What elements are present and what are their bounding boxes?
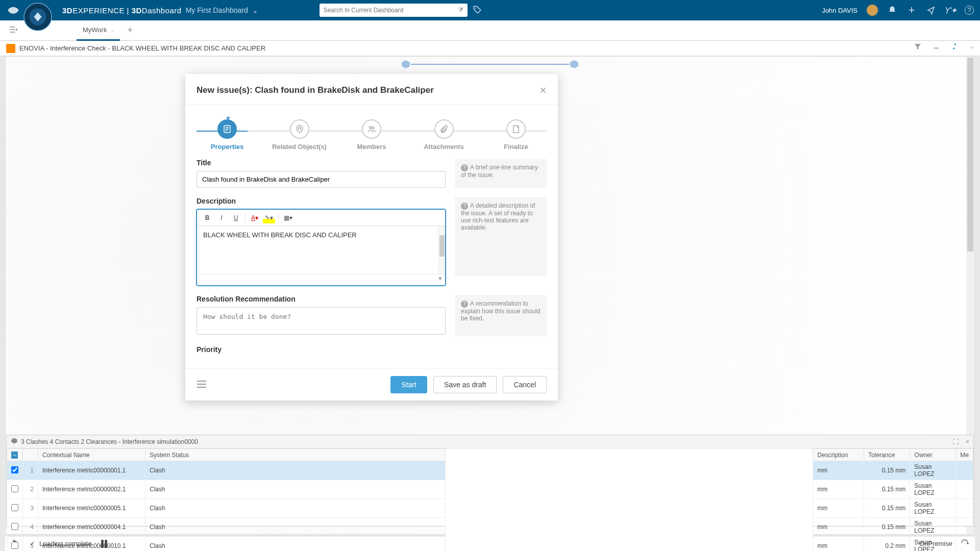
table-row[interactable]: 5Interference metric00000010.1Clashmm0.2…: [7, 537, 973, 552]
table-header: − Contextual Name System Status Descript…: [7, 449, 973, 461]
svg-point-3: [475, 7, 476, 8]
start-button[interactable]: Start: [390, 376, 427, 393]
tab-label: MyWork: [83, 26, 107, 34]
title-hint: ?A brief one-line summary of the issue.: [455, 159, 547, 188]
menu-toggle-icon[interactable]: [8, 24, 20, 37]
expand-icon[interactable]: ⛶: [952, 438, 959, 445]
description-label: Description: [197, 197, 446, 205]
help-icon[interactable]: ?: [965, 6, 974, 15]
wizard-stepper: Properties Related Object(s) Members Att…: [185, 105, 558, 151]
svg-point-6: [370, 127, 372, 129]
cube-icon: [11, 437, 18, 446]
collapse-icon[interactable]: [950, 42, 959, 54]
add-icon[interactable]: +: [906, 5, 917, 15]
rte-toolbar: B I U A▾ ✎▾ ▦▾: [197, 210, 445, 226]
step-finalize[interactable]: Finalize: [485, 114, 547, 151]
bold-button[interactable]: B: [201, 212, 213, 223]
compass-icon[interactable]: [22, 2, 53, 32]
share-icon[interactable]: [926, 5, 936, 15]
results-table: − Contextual Name System Status Descript…: [7, 448, 973, 551]
dashboard-name[interactable]: My First Dashboard ⌄: [186, 6, 258, 14]
search-input[interactable]: [324, 7, 458, 14]
table-row[interactable]: 4Interference metric00000004.1Clashmm0.1…: [7, 518, 973, 537]
scrollbar[interactable]: [438, 226, 445, 274]
collapse-icon[interactable]: −: [11, 452, 18, 459]
home-icon[interactable]: Ƴ✦: [945, 5, 955, 15]
minimize-icon[interactable]: −: [933, 42, 939, 54]
filter-icon[interactable]: ⧩: [458, 6, 463, 14]
step-properties[interactable]: Properties: [197, 114, 258, 151]
close-icon[interactable]: ×: [540, 83, 547, 97]
description-textarea[interactable]: BLACK WHEEL WITH BREAK DISC AND CALIPER: [197, 226, 445, 274]
results-panel: 3 Clashes 4 Contacts 2 Clearances - Inte…: [6, 435, 974, 527]
enovia-icon: [6, 44, 15, 53]
svg-point-5: [298, 127, 301, 130]
underline-button[interactable]: U: [230, 212, 242, 223]
resolution-hint: ?A recommendation to explain how this is…: [455, 295, 547, 336]
top-bar: 3DEXPERIENCE | 3DDashboard My First Dash…: [0, 0, 980, 20]
help-icon: ?: [461, 203, 468, 210]
table-row[interactable]: 2Interference metric00000002.1Clashmm0.1…: [7, 480, 973, 499]
title-label: Title: [197, 159, 446, 167]
new-issue-dialog: New issue(s): Clash found in BrakeDisk a…: [185, 74, 558, 400]
help-icon: ?: [461, 164, 468, 171]
step-members[interactable]: Members: [341, 114, 402, 151]
notification-icon[interactable]: [887, 5, 897, 15]
chevron-down-icon[interactable]: ⌵: [111, 27, 114, 33]
row-checkbox[interactable]: [11, 523, 18, 530]
cancel-button[interactable]: Cancel: [503, 376, 547, 393]
description-hint: ?A detailed description of the issue. A …: [455, 197, 547, 277]
priority-label: Priority: [197, 345, 547, 354]
chevron-down-icon[interactable]: ⌵: [970, 42, 974, 54]
panel-title: 3 Clashes 4 Contacts 2 Clearances - Inte…: [21, 438, 198, 445]
widget-title: ENOVIA - Interference Check - BLACK WHEE…: [19, 44, 265, 52]
close-icon[interactable]: ×: [966, 438, 969, 445]
cube-icon: [569, 59, 579, 69]
table-row[interactable]: 3Interference metric00000005.1Clashmm0.1…: [7, 499, 973, 518]
tab-mywork[interactable]: MyWork ⌵: [77, 20, 120, 41]
resolution-input[interactable]: [197, 307, 446, 335]
highlight-button[interactable]: ✎▾: [263, 212, 275, 223]
svg-point-7: [372, 127, 374, 129]
search-box[interactable]: ⧩: [320, 4, 468, 17]
scale-ruler[interactable]: [401, 61, 579, 68]
widget-header: ENOVIA - Interference Check - BLACK WHEE…: [0, 41, 980, 56]
step-related-objects[interactable]: Related Object(s): [269, 114, 330, 151]
row-checkbox[interactable]: [11, 466, 18, 473]
title-input[interactable]: [197, 171, 446, 188]
row-checkbox[interactable]: [11, 542, 18, 549]
resolution-label: Resolution Recommendation: [197, 295, 446, 303]
add-tab-button[interactable]: +: [127, 25, 133, 36]
brand-title: 3DEXPERIENCE | 3DDashboard: [62, 6, 182, 15]
description-editor[interactable]: B I U A▾ ✎▾ ▦▾ BLACK WHEEL WITH BREAK DI…: [197, 209, 446, 286]
dialog-title: New issue(s): Clash found in BrakeDisk a…: [197, 85, 434, 95]
user-name[interactable]: John DAVIS: [822, 7, 857, 14]
cube-icon: [401, 59, 411, 69]
row-checkbox[interactable]: [11, 485, 18, 492]
table-button[interactable]: ▦▾: [282, 212, 294, 223]
save-draft-button[interactable]: Save as draft: [433, 376, 497, 393]
help-icon: ?: [461, 300, 468, 308]
step-attachments[interactable]: Attachments: [413, 114, 475, 151]
tab-strip: MyWork ⌵ +: [0, 20, 980, 41]
tag-icon[interactable]: [473, 5, 482, 16]
italic-button[interactable]: I: [215, 212, 228, 223]
avatar[interactable]: [867, 5, 878, 16]
table-row[interactable]: 1Interference metric00000001.1Clashmm0.1…: [7, 461, 973, 480]
filter-icon[interactable]: [914, 42, 922, 54]
row-checkbox[interactable]: [11, 504, 18, 511]
text-color-button[interactable]: A▾: [249, 212, 261, 223]
dropdown-icon[interactable]: ▾: [438, 274, 442, 285]
menu-icon[interactable]: [197, 380, 208, 390]
ds-logo-icon: [6, 3, 20, 17]
